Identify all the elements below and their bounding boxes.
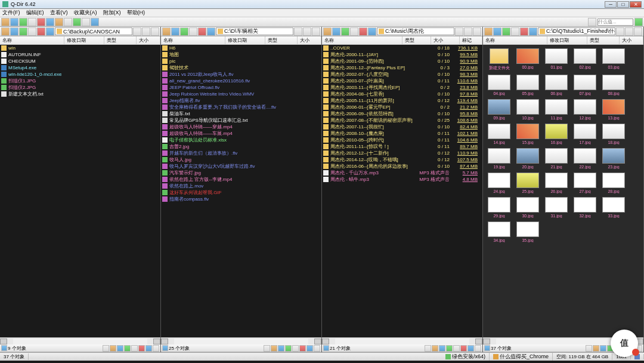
file-row[interactable]: 2011 vs 2012款Jeep牧马人.flv <box>161 71 321 78</box>
address-bar[interactable]: C:\Backup\CANOSCAN <box>55 27 132 35</box>
minimize-button[interactable]: ─ <box>605 1 617 8</box>
file-row[interactable]: 地图 <box>161 51 321 58</box>
file-row[interactable]: 电子侦察执法处罚标准.xlsx <box>161 137 321 143</box>
thumbnail[interactable]: 07.jpg <box>572 75 597 96</box>
maximize-button[interactable]: □ <box>617 1 629 8</box>
nav-button[interactable] <box>180 27 188 36</box>
column-header[interactable]: 类型 <box>104 36 137 44</box>
view-button[interactable] <box>271 345 277 352</box>
pane-button[interactable] <box>294 27 302 36</box>
pane-button[interactable] <box>142 27 150 36</box>
file-list[interactable]: ..COVER0 / 18736.1 KB周杰伦-2000-11--[JAY]0… <box>322 45 482 337</box>
thumbnail[interactable]: 00.jpg <box>515 48 540 71</box>
file-row[interactable]: CHECKSUM <box>0 58 160 64</box>
scrollbar[interactable] <box>161 337 321 344</box>
nav-button[interactable] <box>10 27 18 36</box>
thumbnail[interactable]: 35.jpg <box>515 222 540 242</box>
file-row[interactable]: 牧马人.jpg <box>161 156 321 163</box>
file-row[interactable]: 周杰伦-2002-07--[八度空间]0 / 1098.3 MB <box>322 71 482 78</box>
file-row[interactable]: 周杰伦-2012-12--[十二新作]0 / 12110.9 MB <box>322 150 482 156</box>
toolbar-button[interactable] <box>91 18 99 26</box>
thumbnail[interactable]: 27.jpg <box>572 173 597 193</box>
view-button[interactable] <box>124 345 131 352</box>
column-header[interactable]: 大小 <box>137 36 160 44</box>
file-row[interactable]: 周杰伦-2004-08--[七里香]0 / 1097.8 MB <box>322 91 482 97</box>
address-bar[interactable]: C:\Music\周杰伦 <box>377 27 454 35</box>
thumbnail-grid[interactable]: 新建文件夹00.jpg01.jpg02.jpg03.jpg04.jpg05.jp… <box>483 45 643 337</box>
nav-button[interactable] <box>28 27 36 36</box>
close-button[interactable]: ✕ <box>630 1 642 8</box>
file-row[interactable]: pic <box>161 58 321 64</box>
pane-button[interactable] <box>616 27 624 36</box>
file-row[interactable]: 周杰伦-2007-08--[不能说的秘密原声带]0 / 25108.6 MB <box>322 117 482 124</box>
pane-button[interactable] <box>133 27 141 36</box>
nav-button[interactable] <box>484 27 493 36</box>
file-row[interactable]: win <box>0 45 160 51</box>
thumbnail[interactable]: 28.jpg <box>601 173 626 193</box>
scrollbar[interactable] <box>322 337 482 344</box>
thumbnail[interactable]: 34.jpg <box>487 222 512 242</box>
pane-button[interactable] <box>151 27 159 36</box>
view-button[interactable] <box>460 345 467 352</box>
nav-button[interactable] <box>323 27 332 36</box>
file-row[interactable]: 周杰伦-2008-10--[魔杰座]0 / 11102.1 MB <box>322 130 482 137</box>
view-button[interactable] <box>467 345 474 352</box>
thumbnail[interactable]: 26.jpg <box>544 173 569 193</box>
nav-button[interactable] <box>493 27 501 36</box>
file-row[interactable]: 周杰伦 - 千山万水.mp3MP3 格式声音5.7 MB <box>322 170 482 176</box>
menu-edit[interactable]: 编辑(E) <box>26 9 44 17</box>
nav-button[interactable] <box>37 27 45 36</box>
thumbnail[interactable]: 新建文件夹 <box>487 48 512 71</box>
thumbnail[interactable]: 02.jpg <box>572 48 597 71</box>
thumbnail[interactable]: 20.jpg <box>515 148 540 169</box>
file-row[interactable]: 周杰伦-2003-07--[叶惠美]0 / 11110.6 MB <box>322 78 482 84</box>
view-button[interactable] <box>131 345 138 352</box>
file-row[interactable]: JEEP Patriot Offroad.flv <box>161 84 321 91</box>
nav-button[interactable] <box>502 27 510 36</box>
menu-favorites[interactable]: 收藏夹(A) <box>74 9 97 17</box>
thumbnail[interactable]: 13.jpg <box>601 99 626 120</box>
thumbnail[interactable]: 29.jpg <box>487 197 512 218</box>
file-row[interactable]: MSetup4.exe <box>0 64 160 71</box>
address-bar[interactable]: C:\D\车辆相关 <box>216 27 293 35</box>
address-bar[interactable]: C:\D\QTstudio\1_Finished\什么值得买_Chrome <box>538 27 615 35</box>
nav-button[interactable] <box>189 27 197 36</box>
file-row[interactable]: 驾驶技术 <box>161 64 321 71</box>
view-button[interactable] <box>278 345 284 352</box>
nav-button[interactable] <box>46 27 54 36</box>
search-go-button[interactable] <box>634 18 643 26</box>
toolbar-button[interactable] <box>46 18 54 26</box>
column-header[interactable]: 名称 <box>322 36 402 44</box>
file-row[interactable]: Jeep指南者.flv <box>161 97 321 104</box>
menu-help[interactable]: 帮助(H) <box>127 9 145 17</box>
file-row[interactable]: 汽车警示灯.jpg <box>161 170 321 176</box>
scrollbar[interactable] <box>0 337 160 344</box>
column-header[interactable]: 类型 <box>587 36 620 44</box>
thumbnail[interactable]: 10.jpg <box>515 99 540 120</box>
thumbnail[interactable]: 18.jpg <box>601 124 626 144</box>
thumbnail[interactable]: 17.jpg <box>572 124 597 144</box>
column-header[interactable]: 大小 <box>298 36 321 44</box>
thumbnail[interactable]: 32.jpg <box>572 197 597 218</box>
file-row[interactable]: 依然在路上 官方版--李健.mp4 <box>161 176 321 183</box>
file-row[interactable]: 开越车的新生们（超清事故）.flv <box>161 150 321 156</box>
view-button[interactable] <box>292 345 299 352</box>
view-button[interactable] <box>110 345 116 352</box>
thumbnail[interactable]: 33.jpg <box>601 197 626 218</box>
nav-button[interactable] <box>1 27 10 36</box>
file-row[interactable]: 柴油车.txt <box>161 110 321 117</box>
file-row[interactable]: 周杰伦-2016-06--[周杰伦的床边故事]0 / 1087.4 MB <box>322 163 482 170</box>
view-button[interactable] <box>600 345 606 352</box>
toolbar-button[interactable] <box>28 18 36 26</box>
thumbnail[interactable]: 15.jpg <box>515 124 540 144</box>
column-header[interactable]: 标记 <box>460 36 482 44</box>
thumbnail[interactable]: 30.jpg <box>515 197 540 218</box>
pane-button[interactable] <box>312 27 320 36</box>
file-list[interactable]: H6地图pic驾驶技术2011 vs 2012款Jeep牧马人.flvall_n… <box>161 45 321 337</box>
nav-button[interactable] <box>529 27 537 36</box>
view-button[interactable] <box>306 345 313 352</box>
thumbnail[interactable]: 11.jpg <box>544 99 569 120</box>
nav-button[interactable] <box>511 27 519 36</box>
nav-button[interactable] <box>350 27 358 36</box>
thumbnail[interactable]: 03.jpg <box>601 48 626 71</box>
